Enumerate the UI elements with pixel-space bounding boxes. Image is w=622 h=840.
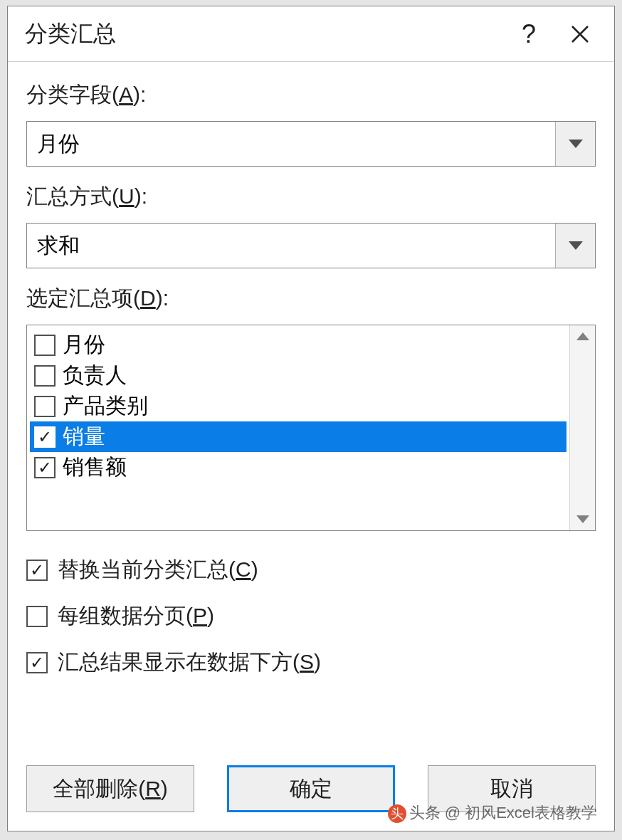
label-text: ): [135, 184, 147, 208]
option-label: 汇总结果显示在数据下方(S) [58, 648, 321, 677]
group-field-label: 分类字段(A): [26, 80, 596, 110]
checkbox[interactable]: ✓ [26, 652, 48, 673]
accelerator-key: D [140, 286, 156, 310]
option-replace-subtotals[interactable]: ✓ 替换当前分类汇总(C) [26, 555, 596, 584]
option-label: 每组数据分页(P) [58, 602, 214, 631]
label-text: ): [156, 286, 169, 310]
watermark: 头头条 @ 初风Excel表格教学 [388, 802, 597, 824]
option-label: 替换当前分类汇总(C) [58, 555, 258, 584]
help-button[interactable]: ? [503, 9, 554, 60]
accelerator-key: A [119, 83, 133, 106]
checkbox[interactable] [34, 396, 56, 417]
subtotal-dialog: 分类汇总 ? 分类字段(A): 月份 汇总方式(U): 求和 [7, 6, 615, 831]
checkbox[interactable]: ✓ [26, 560, 48, 581]
accelerator-key: U [119, 184, 135, 208]
label-text: 选定汇总项( [26, 286, 140, 310]
scrollbar[interactable] [569, 325, 595, 530]
dialog-content: 分类字段(A): 月份 汇总方式(U): 求和 选定汇总项(D): 月份负责人产… [8, 62, 614, 708]
list-item-label: 销售额 [63, 453, 127, 482]
accelerator-key: P [193, 604, 207, 627]
summary-method-dropdown-button[interactable] [555, 224, 595, 268]
listbox-items: 月份负责人产品类别✓销量✓销售额 [27, 325, 569, 530]
titlebar: 分类汇总 ? [8, 6, 614, 62]
list-item[interactable]: 负责人 [30, 360, 566, 391]
summary-method-combo[interactable]: 求和 [26, 223, 596, 268]
list-item-label: 月份 [63, 330, 105, 359]
group-field-value: 月份 [27, 122, 555, 166]
option-summary-below[interactable]: ✓ 汇总结果显示在数据下方(S) [26, 648, 596, 677]
option-page-break[interactable]: 每组数据分页(P) [26, 602, 596, 631]
chevron-down-icon [569, 241, 583, 250]
close-button[interactable] [554, 9, 606, 60]
summary-method-label: 汇总方式(U): [26, 182, 596, 211]
group-field-dropdown-button[interactable] [555, 122, 595, 166]
watermark-text: 头条 @ 初风Excel表格教学 [409, 804, 597, 821]
label-text: 汇总方式( [26, 184, 119, 208]
watermark-icon: 头 [388, 804, 406, 823]
checkbox[interactable] [34, 365, 56, 387]
list-item[interactable]: ✓销量 [30, 421, 566, 452]
checkbox[interactable] [26, 606, 48, 627]
checkbox[interactable]: ✓ [34, 426, 56, 448]
chevron-down-icon [569, 140, 583, 148]
scroll-down-icon [576, 515, 589, 523]
checkbox[interactable] [34, 335, 56, 356]
checkbox[interactable]: ✓ [34, 457, 56, 478]
summary-method-value: 求和 [27, 224, 555, 268]
group-field-combo[interactable]: 月份 [26, 121, 596, 167]
dialog-title: 分类汇总 [25, 19, 503, 50]
accelerator-key: C [236, 557, 251, 581]
list-item-label: 负责人 [63, 361, 127, 390]
label-text: ): [133, 83, 146, 106]
summary-items-listbox[interactable]: 月份负责人产品类别✓销量✓销售额 [26, 325, 596, 531]
label-text: 分类字段( [26, 83, 119, 106]
options-group: ✓ 替换当前分类汇总(C) 每组数据分页(P) ✓ 汇总结果显示在数据下方(S) [26, 555, 596, 677]
accelerator-key: R [145, 777, 161, 801]
list-item[interactable]: 月份 [30, 330, 566, 360]
list-item[interactable]: 产品类别 [30, 391, 566, 421]
remove-all-button[interactable]: 全部删除(R) [26, 765, 194, 812]
list-item[interactable]: ✓销售额 [30, 452, 566, 483]
close-icon [570, 24, 590, 44]
list-item-label: 产品类别 [63, 392, 148, 421]
accelerator-key: S [300, 650, 314, 673]
scroll-up-icon [576, 332, 589, 340]
summary-items-label: 选定汇总项(D): [26, 284, 596, 313]
list-item-label: 销量 [63, 422, 105, 451]
ok-button[interactable]: 确定 [227, 765, 395, 812]
